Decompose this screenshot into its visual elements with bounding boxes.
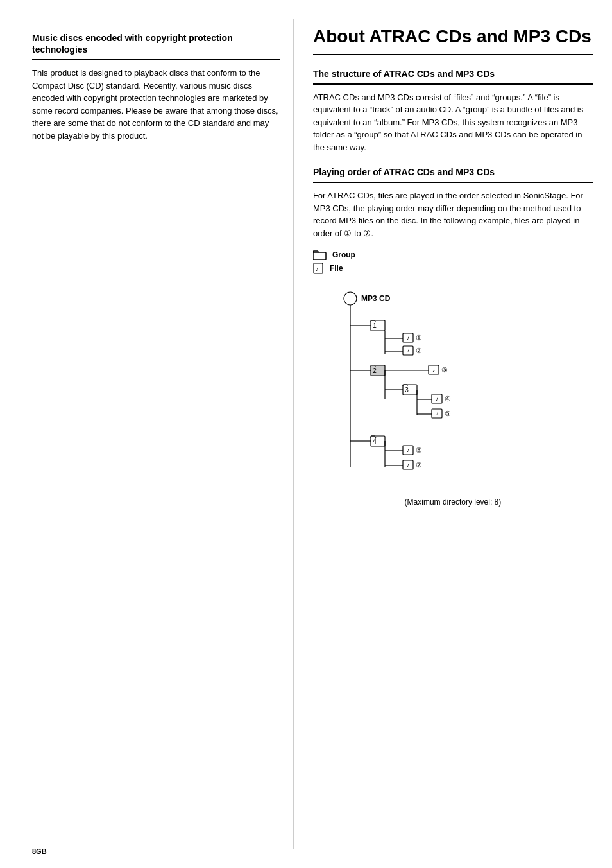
legend-file-label: File	[330, 264, 343, 273]
svg-text:♪: ♪	[432, 367, 435, 373]
tree-diagram: MP3 CD 1 ♪	[326, 287, 606, 492]
section2-title: Playing order of ATRAC CDs and MP3 CDs	[313, 166, 593, 183]
svg-rect-0	[313, 252, 326, 260]
svg-text:⑦: ⑦	[416, 461, 422, 469]
svg-text:⑥: ⑥	[416, 446, 422, 454]
svg-point-3	[344, 292, 357, 305]
svg-text:3: 3	[405, 386, 409, 394]
svg-text:⑤: ⑤	[445, 410, 451, 417]
svg-text:♪: ♪	[407, 335, 409, 341]
section2-body: For ATRAC CDs, files are played in the o…	[313, 189, 593, 239]
diagram-area: Group ♪ File	[313, 250, 593, 507]
max-dir-label: (Maximum directory level: 8)	[313, 498, 593, 507]
left-section-title: Music discs encoded with copyright prote…	[32, 32, 280, 60]
section1-title: The structure of ATRAC CDs and MP3 CDs	[313, 68, 593, 85]
svg-text:②: ②	[416, 347, 422, 354]
svg-text:♪: ♪	[407, 348, 409, 354]
svg-text:④: ④	[445, 395, 451, 403]
legend-file-row: ♪ File	[313, 263, 593, 274]
svg-text:♪: ♪	[436, 411, 438, 417]
section2: Playing order of ATRAC CDs and MP3 CDs F…	[313, 166, 593, 507]
folder-icon	[313, 250, 327, 260]
music-file-icon: ♪	[313, 263, 325, 274]
svg-text:1: 1	[373, 322, 377, 329]
svg-text:2: 2	[373, 367, 377, 374]
svg-text:③: ③	[441, 366, 448, 374]
svg-text:①: ①	[416, 334, 422, 342]
svg-text:♪: ♪	[407, 462, 409, 468]
section1: The structure of ATRAC CDs and MP3 CDs A…	[313, 68, 593, 154]
svg-text:♪: ♪	[316, 266, 319, 272]
svg-text:4: 4	[373, 438, 377, 445]
svg-text:♪: ♪	[407, 447, 409, 453]
legend-group-row: Group	[313, 250, 593, 260]
left-body-text: This product is designed to playback dis…	[32, 67, 280, 142]
svg-text:♪: ♪	[436, 396, 438, 402]
main-title: About ATRAC CDs and MP3 CDs	[313, 26, 593, 55]
legend-group-label: Group	[332, 250, 355, 259]
svg-text:MP3 CD: MP3 CD	[361, 294, 391, 303]
section1-body: ATRAC CDs and MP3 CDs consist of “files”…	[313, 91, 593, 154]
page-number: 8GB	[32, 847, 47, 855]
